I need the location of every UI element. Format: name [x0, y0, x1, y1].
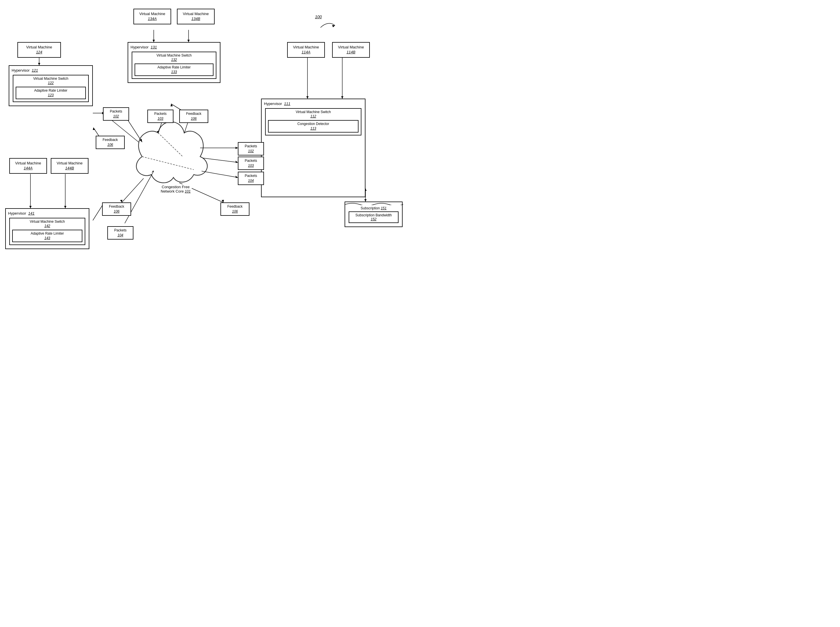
packets-103-right-label: Packets [245, 159, 257, 163]
feedback-106-bottom-box: Feedback 106 [221, 202, 249, 216]
vm-124-label: Virtual Machine [26, 45, 52, 49]
svg-marker-4 [38, 63, 40, 65]
packets-102-left-ref: 102 [113, 114, 119, 118]
packets-104-right-label: Packets [245, 174, 257, 178]
feedback-106-top-ref: 106 [191, 117, 197, 121]
congestion-113-ref: 113 [310, 126, 316, 131]
svg-marker-35 [306, 96, 309, 99]
hypervisor-111-box: Hypervisor 111 Virtual Machine Switch 11… [261, 99, 366, 197]
feedback-106-top-label: Feedback [186, 112, 202, 116]
packets-104-bottom-ref: 104 [117, 233, 123, 237]
subscription-bw-ref: 152 [371, 217, 377, 221]
vm-134a-box: Virtual Machine 134A [134, 9, 171, 24]
svg-marker-31 [153, 40, 155, 42]
vm-114a-ref: 114A [302, 50, 310, 54]
vm-114b-box: Virtual Machine 114B [332, 42, 370, 58]
vms-112-label: Virtual Machine Switch [296, 110, 331, 114]
arl-133-ref: 133 [171, 70, 177, 74]
subscription-label: Subscription [361, 206, 380, 210]
congestion-113-box: Congestion Detector 113 [268, 120, 358, 132]
packets-103-right-ref: 103 [248, 164, 254, 168]
packets-102-right-ref: 102 [248, 149, 254, 153]
arl-133-box: Adaptive Rate Limiter 133 [135, 63, 213, 76]
hypervisor-141-box: Hypervisor 141 Virtual Machine Switch 14… [5, 208, 89, 249]
feedback-106-bl-ref: 106 [114, 210, 120, 213]
vms-132-box: Virtual Machine Switch 132 Adaptive Rate… [132, 52, 216, 79]
vm-134a-label: Virtual Machine [139, 12, 165, 16]
vm-134b-label: Virtual Machine [183, 12, 208, 16]
arl-123-label: Adaptive Rate Limiter [34, 88, 68, 93]
svg-line-1 [158, 133, 183, 157]
vm-134b-box: Virtual Machine 134B [177, 9, 214, 24]
packets-103-top-box: Packets 103 [147, 110, 173, 123]
hypervisor-121-label: Hypervisor [12, 68, 30, 72]
packets-104-right-ref: 104 [248, 179, 254, 183]
svg-line-2 [142, 157, 194, 170]
vms-142-ref: 142 [44, 224, 50, 228]
diagram: Virtual Machine 124 Hypervisor 121 Virtu… [0, 0, 420, 314]
vms-122-ref: 122 [48, 81, 54, 85]
svg-marker-16 [235, 176, 238, 178]
svg-marker-28 [151, 170, 154, 173]
vm-114a-label: Virtual Machine [293, 45, 319, 49]
feedback-106-left-label: Feedback [103, 138, 118, 142]
network-core-label: Congestion Free Network Core 101 [159, 184, 192, 194]
hypervisor-141-ref: 141 [28, 211, 35, 216]
congestion-113-label: Congestion Detector [297, 122, 329, 126]
vms-132-label: Virtual Machine Switch [156, 54, 191, 57]
svg-marker-14 [235, 161, 238, 163]
hypervisor-121-ref: 121 [32, 68, 38, 72]
packets-104-bottom-label: Packets [114, 228, 127, 232]
packets-103-top-label: Packets [154, 112, 167, 116]
vm-144b-box: Virtual Machine 144B [51, 158, 88, 174]
vms-142-label: Virtual Machine Switch [30, 219, 65, 224]
packets-102-left-label: Packets [110, 109, 122, 113]
packets-104-right-box: Packets 104 [238, 172, 264, 185]
vm-144b-label: Virtual Machine [57, 161, 82, 165]
feedback-106-bl-box: Feedback 106 [102, 202, 131, 216]
packets-102-left-box: Packets 102 [103, 107, 129, 121]
vms-142-box: Virtual Machine Switch 142 Adaptive Rate… [9, 218, 85, 245]
arl-123-box: Adaptive Rate Limiter 123 [16, 87, 86, 99]
hypervisor-141-label: Hypervisor [8, 211, 26, 216]
svg-marker-41 [64, 206, 66, 208]
hypervisor-111-ref: 111 [284, 101, 290, 106]
vm-134a-ref: 134A [148, 17, 157, 21]
vms-132-ref: 132 [171, 58, 177, 62]
svg-marker-45 [332, 25, 335, 27]
hypervisor-131-box: Hypervisor 131 Virtual Machine Switch 13… [128, 42, 221, 83]
subscription-box: Subscription 151 Subscription Bandwidth … [345, 202, 403, 227]
diagram-ref-100: 100 [314, 14, 323, 20]
packets-103-right-box: Packets 103 [238, 157, 264, 170]
arl-123-ref: 123 [48, 93, 54, 97]
vms-112-box: Virtual Machine Switch 112 Congestion De… [265, 108, 361, 135]
feedback-106-top-box: Feedback 106 [179, 110, 208, 123]
vm-134b-ref: 134B [191, 17, 200, 21]
feedback-106-left-box: Feedback 106 [96, 136, 125, 149]
vm-144b-ref: 144B [65, 166, 74, 170]
vms-112-ref: 112 [310, 114, 316, 118]
arl-143-label: Adaptive Rate Limiter [31, 232, 64, 235]
vms-122-label: Virtual Machine Switch [33, 77, 68, 80]
vm-124-ref: 124 [36, 50, 43, 54]
svg-line-15 [202, 171, 238, 178]
packets-104-bottom-box: Packets 104 [107, 226, 134, 239]
vm-114a-box: Virtual Machine 114A [287, 42, 325, 58]
svg-line-25 [122, 178, 143, 202]
hypervisor-131-label: Hypervisor [131, 45, 148, 49]
svg-marker-8 [93, 128, 95, 130]
svg-marker-22 [170, 104, 173, 106]
svg-marker-39 [29, 206, 32, 208]
subscription-ref: 151 [381, 206, 387, 210]
svg-marker-33 [188, 40, 190, 42]
packets-103-top-ref: 103 [158, 117, 163, 121]
vm-144a-label: Virtual Machine [15, 161, 41, 165]
hypervisor-111-label: Hypervisor [264, 101, 282, 106]
feedback-106-bottom-ref: 106 [232, 210, 238, 213]
packets-102-right-box: Packets 102 [238, 142, 264, 156]
svg-marker-12 [235, 147, 238, 149]
arl-133-label: Adaptive Rate Limiter [158, 65, 191, 69]
packets-102-right-label: Packets [245, 144, 257, 148]
arl-143-box: Adaptive Rate Limiter 143 [12, 230, 82, 242]
vm-114b-label: Virtual Machine [338, 45, 364, 49]
